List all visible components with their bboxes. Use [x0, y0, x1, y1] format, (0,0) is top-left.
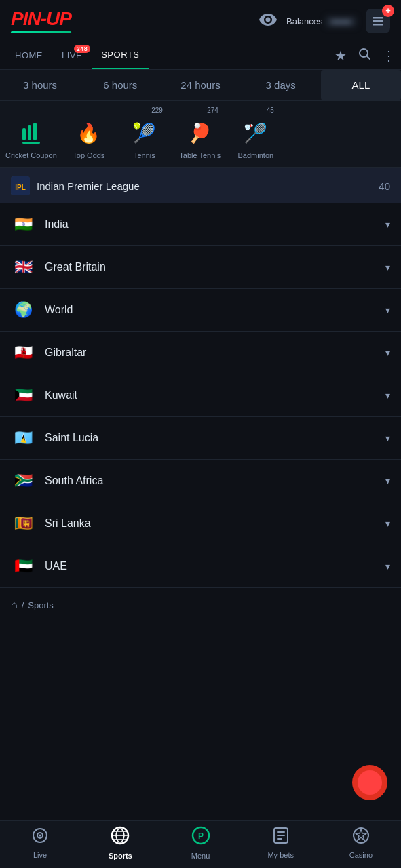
- add-button[interactable]: +: [366, 9, 390, 33]
- mybets-nav-label: My bets: [267, 851, 294, 859]
- badminton-icon: 🏸: [242, 119, 270, 147]
- bottom-nav-live[interactable]: Live: [0, 827, 80, 859]
- bottom-nav-sports[interactable]: Sports: [80, 826, 160, 860]
- sport-tennis[interactable]: 229 🎾 Tennis: [121, 106, 168, 159]
- live-nav-icon: [31, 827, 49, 848]
- sport-top-odds[interactable]: 🔥 Top Odds: [65, 106, 113, 159]
- country-name-kuwait: Kuwait: [45, 389, 376, 401]
- fab-inner: [358, 770, 382, 795]
- svg-rect-2: [373, 24, 383, 26]
- league-header[interactable]: IPL Indian Premier League 40: [0, 168, 401, 203]
- country-name-world: World: [45, 304, 376, 316]
- tab-live[interactable]: LIVE 248: [52, 42, 92, 68]
- time-filter: 3 hours 6 hours 24 hours 3 days ALL: [0, 70, 401, 101]
- eye-icon[interactable]: [259, 12, 277, 30]
- time-3days[interactable]: 3 days: [241, 70, 321, 100]
- svg-point-12: [39, 835, 41, 837]
- flag-saint-lucia: 🇱🇨: [11, 429, 35, 447]
- flag-sri-lanka: 🇱🇰: [11, 515, 35, 532]
- app-header: PiN-UP Balances ●●●● +: [0, 0, 401, 41]
- country-world[interactable]: 🌍 World ▾: [0, 289, 401, 332]
- chevron-saint-lucia: ▾: [385, 433, 390, 443]
- chevron-kuwait: ▾: [385, 390, 390, 401]
- country-india[interactable]: 🇮🇳 India ▾: [0, 203, 401, 246]
- country-name-saint-lucia: Saint Lucia: [45, 432, 376, 444]
- table-tennis-count: 274: [207, 106, 218, 114]
- live-nav-label: Live: [33, 851, 47, 859]
- breadcrumb: ⌂ / Sports: [0, 588, 401, 622]
- plus-badge: +: [382, 5, 394, 17]
- time-3hours[interactable]: 3 hours: [0, 70, 80, 100]
- sports-nav-icon: [111, 826, 130, 849]
- balances-area: Balances ●●●●: [286, 15, 356, 27]
- bottom-nav-mybets[interactable]: My bets: [241, 827, 321, 859]
- country-name-gibraltar: Gibraltar: [45, 347, 376, 359]
- country-list: 🇮🇳 India ▾ 🇬🇧 Great Britain ▾ 🌍 World ▾ …: [0, 203, 401, 588]
- more-icon[interactable]: ⋮: [382, 47, 396, 64]
- logo: PiN-UP: [11, 8, 71, 33]
- sports-categories: Cricket Coupon 🔥 Top Odds 229 🎾 Tennis 2…: [0, 101, 401, 168]
- country-name-sri-lanka: Sri Lanka: [45, 517, 376, 530]
- sport-cricket-coupon[interactable]: Cricket Coupon: [5, 106, 57, 159]
- country-name-great-britain: Great Britain: [45, 261, 376, 273]
- time-24hours[interactable]: 24 hours: [160, 70, 240, 100]
- country-kuwait[interactable]: 🇰🇼 Kuwait ▾: [0, 374, 401, 417]
- fab-button[interactable]: [352, 765, 387, 800]
- nav-icons: ★ ⋮: [335, 47, 396, 64]
- flag-india: 🇮🇳: [11, 216, 35, 233]
- casino-nav-label: Casino: [349, 851, 373, 859]
- menu-nav-icon: P: [191, 826, 210, 849]
- bottom-nav-casino[interactable]: Casino: [321, 827, 401, 859]
- tennis-icon: 🎾: [130, 119, 159, 147]
- league-name: Indian Premier League: [37, 180, 372, 192]
- svg-rect-1: [373, 20, 383, 22]
- badminton-label: Badminton: [238, 151, 274, 159]
- tab-home[interactable]: HOME: [5, 42, 52, 68]
- chevron-india: ▾: [385, 219, 390, 230]
- sports-nav-label: Sports: [109, 852, 132, 860]
- svg-point-3: [360, 49, 368, 57]
- menu-nav-label: Menu: [191, 852, 210, 860]
- header-right: Balances ●●●● +: [259, 9, 390, 33]
- country-south-africa[interactable]: 🇿🇦 South Africa ▾: [0, 460, 401, 502]
- tab-sports[interactable]: SPORTS: [92, 41, 149, 69]
- flag-south-africa: 🇿🇦: [11, 472, 35, 490]
- chevron-gibraltar: ▾: [385, 347, 390, 358]
- top-odds-label: Top Odds: [73, 151, 104, 159]
- country-gibraltar[interactable]: 🇬🇮 Gibraltar ▾: [0, 332, 401, 374]
- top-odds-icon: 🔥: [75, 119, 103, 147]
- breadcrumb-current: Sports: [28, 600, 54, 610]
- favorites-icon[interactable]: ★: [335, 47, 347, 64]
- sport-badminton[interactable]: 45 🏸 Badminton: [232, 106, 280, 159]
- flag-gibraltar: 🇬🇮: [11, 344, 35, 361]
- chevron-south-africa: ▾: [385, 475, 390, 486]
- casino-nav-icon: [352, 827, 370, 848]
- live-badge: 248: [74, 45, 91, 53]
- time-6hours[interactable]: 6 hours: [80, 70, 160, 100]
- chevron-world: ▾: [385, 304, 390, 315]
- home-icon[interactable]: ⌂: [11, 599, 18, 611]
- balances-label: Balances: [286, 16, 322, 26]
- country-name-india: India: [45, 218, 376, 231]
- tennis-count: 229: [151, 106, 163, 114]
- bottom-nav-menu[interactable]: P Menu: [160, 826, 240, 860]
- mybets-nav-icon: [273, 827, 289, 848]
- sport-table-tennis[interactable]: 274 🏓 Table Tennis: [176, 106, 224, 159]
- time-all[interactable]: ALL: [321, 70, 401, 100]
- svg-rect-0: [373, 17, 383, 19]
- logo-text: PiN-UP: [11, 8, 71, 30]
- svg-rect-7: [22, 142, 40, 144]
- svg-text:P: P: [197, 831, 203, 841]
- league-logo: IPL: [11, 176, 30, 195]
- country-saint-lucia[interactable]: 🇱🇨 Saint Lucia ▾: [0, 417, 401, 460]
- flag-uae: 🇦🇪: [11, 557, 35, 575]
- country-name-south-africa: South Africa: [45, 475, 376, 487]
- table-tennis-label: Table Tennis: [179, 151, 221, 159]
- country-sri-lanka[interactable]: 🇱🇰 Sri Lanka ▾: [0, 502, 401, 545]
- search-icon[interactable]: [358, 47, 371, 64]
- nav-tabs: HOME LIVE 248 SPORTS ★ ⋮: [0, 41, 401, 70]
- country-uae[interactable]: 🇦🇪 UAE ▾: [0, 545, 401, 588]
- flag-world: 🌍: [11, 301, 35, 319]
- country-great-britain[interactable]: 🇬🇧 Great Britain ▾: [0, 246, 401, 289]
- cricket-coupon-icon: [17, 119, 45, 147]
